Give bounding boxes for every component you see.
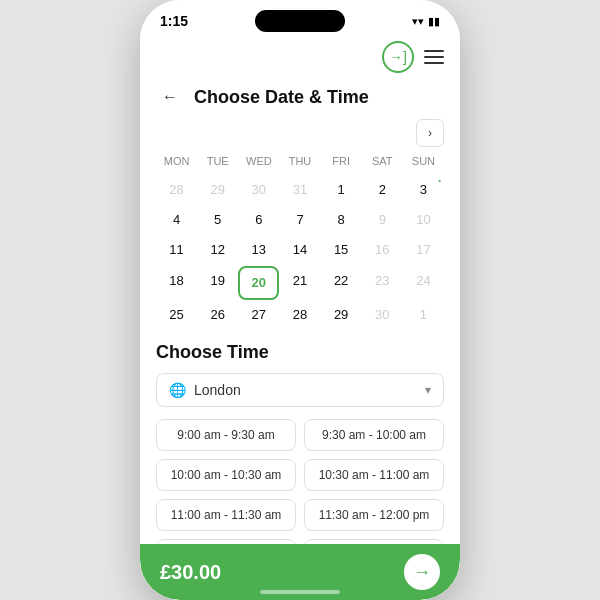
home-indicator [260, 590, 340, 594]
calendar-day-cell[interactable]: 28 [156, 175, 197, 205]
day-header: TUE [197, 151, 238, 171]
menu-icon-line2 [424, 56, 444, 58]
top-action-bar: →] [140, 37, 460, 77]
continue-button[interactable]: → [404, 554, 440, 590]
scroll-content: › MONTUEWEDTHUFRISATSUN 2829303112345678… [140, 119, 460, 600]
calendar-day-cell[interactable]: 1 [321, 175, 362, 205]
back-button[interactable]: ← [156, 83, 184, 111]
calendar-day-cell[interactable]: 23 [362, 266, 403, 300]
calendar-day-cell[interactable]: 5 [197, 205, 238, 235]
day-header: SAT [362, 151, 403, 171]
calendar-day-cell[interactable]: 1 [403, 300, 444, 330]
calendar-day-cell[interactable]: 2 [362, 175, 403, 205]
login-button[interactable]: →] [382, 41, 414, 73]
menu-icon-line1 [424, 50, 444, 52]
calendar-container: › MONTUEWEDTHUFRISATSUN 2829303112345678… [140, 119, 460, 330]
time-slot[interactable]: 10:00 am - 10:30 am [156, 459, 296, 491]
phone-frame: 1:15 ▾▾ ▮▮ →] ← Choose Date & Time › [140, 0, 460, 600]
calendar-day-cell[interactable]: 29 [321, 300, 362, 330]
calendar-grid[interactable]: 2829303112345678910111213141516171819202… [156, 175, 444, 330]
arrow-icon: → [413, 562, 431, 583]
page-title: Choose Date & Time [194, 87, 369, 108]
calendar-day-cell[interactable]: 7 [279, 205, 320, 235]
time-slot[interactable]: 11:00 am - 11:30 am [156, 499, 296, 531]
calendar-day-cell[interactable]: 4 [156, 205, 197, 235]
calendar-day-cell[interactable]: 25 [156, 300, 197, 330]
price-label: £30.00 [160, 561, 221, 584]
calendar-day-cell[interactable]: 11 [156, 235, 197, 265]
calendar-day-cell[interactable]: 27 [238, 300, 279, 330]
choose-time-title: Choose Time [156, 342, 444, 363]
calendar-day-cell[interactable]: 18 [156, 266, 197, 300]
dynamic-island [255, 10, 345, 32]
calendar-day-cell[interactable]: 6 [238, 205, 279, 235]
timezone-dropdown[interactable]: 🌐 London ▾ [156, 373, 444, 407]
calendar-day-cell[interactable]: 28 [279, 300, 320, 330]
calendar-day-cell[interactable]: 13 [238, 235, 279, 265]
back-icon: ← [162, 88, 178, 106]
header: ← Choose Date & Time [140, 77, 460, 119]
chevron-down-icon: ▾ [425, 383, 431, 397]
menu-icon-line3 [424, 62, 444, 64]
calendar-day-cell[interactable]: 30 [362, 300, 403, 330]
time-slot[interactable]: 9:00 am - 9:30 am [156, 419, 296, 451]
status-bar: 1:15 ▾▾ ▮▮ [140, 0, 460, 37]
calendar-day-cell[interactable]: 19 [197, 266, 238, 300]
calendar-day-cell[interactable]: 3 [403, 175, 444, 205]
calendar-day-cell[interactable]: 12 [197, 235, 238, 265]
wifi-icon: ▾▾ [412, 15, 424, 28]
calendar-next-button[interactable]: › [416, 119, 444, 147]
calendar-day-cell[interactable]: 15 [321, 235, 362, 265]
calendar-day-cell[interactable]: 31 [279, 175, 320, 205]
status-icons: ▾▾ ▮▮ [412, 15, 440, 28]
day-header: WED [238, 151, 279, 171]
calendar-day-cell[interactable]: 21 [279, 266, 320, 300]
calendar-day-cell[interactable]: 9 [362, 205, 403, 235]
calendar-day-cell[interactable]: 30 [238, 175, 279, 205]
calendar-day-cell[interactable]: 22 [321, 266, 362, 300]
day-header: FRI [321, 151, 362, 171]
battery-icon: ▮▮ [428, 15, 440, 28]
calendar-day-headers: MONTUEWEDTHUFRISATSUN [156, 151, 444, 171]
calendar-day-cell[interactable]: 20 [238, 266, 279, 300]
day-header: SUN [403, 151, 444, 171]
calendar-day-cell[interactable]: 8 [321, 205, 362, 235]
time-slot[interactable]: 9:30 am - 10:00 am [304, 419, 444, 451]
calendar-day-cell[interactable]: 29 [197, 175, 238, 205]
day-header: MON [156, 151, 197, 171]
calendar-day-cell[interactable]: 17 [403, 235, 444, 265]
login-icon: →] [389, 49, 407, 65]
calendar-day-cell[interactable]: 16 [362, 235, 403, 265]
menu-button[interactable] [424, 50, 444, 64]
timezone-label: London [194, 382, 417, 398]
calendar-day-cell[interactable]: 26 [197, 300, 238, 330]
calendar-day-cell[interactable]: 14 [279, 235, 320, 265]
status-time: 1:15 [160, 13, 188, 29]
time-slot[interactable]: 10:30 am - 11:00 am [304, 459, 444, 491]
day-header: THU [279, 151, 320, 171]
calendar-nav: › [156, 119, 444, 151]
calendar-day-cell[interactable]: 10 [403, 205, 444, 235]
globe-icon: 🌐 [169, 382, 186, 398]
calendar-day-cell[interactable]: 24 [403, 266, 444, 300]
time-slot[interactable]: 11:30 am - 12:00 pm [304, 499, 444, 531]
